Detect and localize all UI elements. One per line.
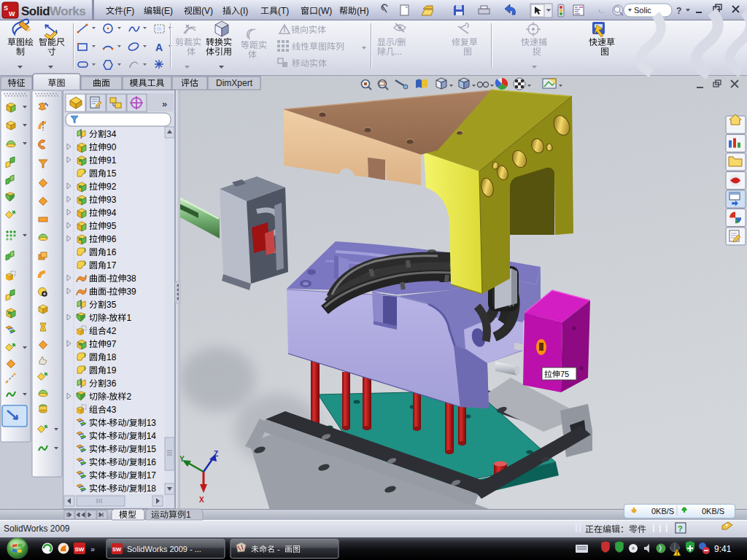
svg-text:Solic: Solic: [634, 6, 651, 15]
svg-text:SolidWorks: SolidWorks: [21, 4, 85, 18]
svg-text:(E): (E): [161, 6, 173, 16]
svg-text:-: -: [107, 483, 109, 494]
svg-text:(I): (I): [240, 6, 248, 16]
svg-text:SolidWorks 2009 - ...: SolidWorks 2009 - ...: [127, 545, 201, 553]
svg-text:94: 94: [107, 208, 117, 218]
svg-text:(V): (V): [201, 6, 213, 16]
svg-text:-: -: [107, 392, 109, 402]
svg-text:15: 15: [147, 444, 157, 454]
svg-text:‹..: ‹..: [598, 7, 605, 15]
svg-text:-: -: [107, 313, 109, 323]
svg-text:(F): (F): [123, 6, 134, 16]
svg-text:-: -: [107, 444, 109, 454]
svg-text:»: »: [162, 98, 167, 109]
svg-text:13: 13: [147, 418, 157, 428]
svg-text:95: 95: [107, 221, 117, 231]
svg-text:97: 97: [107, 339, 117, 349]
svg-text:/: /: [126, 431, 129, 441]
svg-text:(T): (T): [278, 6, 289, 16]
svg-text:DimXpert: DimXpert: [216, 78, 253, 88]
svg-text:39: 39: [126, 287, 136, 297]
svg-text:16: 16: [147, 457, 157, 467]
svg-text:18: 18: [107, 352, 117, 362]
svg-text:/: /: [126, 444, 129, 454]
svg-text:SolidWorks 2009: SolidWorks 2009: [4, 524, 70, 534]
svg-text:9:41: 9:41: [714, 544, 732, 554]
svg-text:SW: SW: [75, 546, 85, 553]
svg-text:/: /: [395, 37, 398, 47]
svg-text:/: /: [126, 483, 129, 494]
svg-text:/: /: [126, 457, 129, 467]
svg-text:17: 17: [107, 260, 117, 271]
svg-text:-: -: [107, 470, 109, 481]
svg-text:-: -: [107, 418, 109, 428]
svg-text:-: -: [277, 545, 280, 553]
svg-text:-: -: [107, 287, 109, 297]
svg-text:1: 1: [186, 510, 191, 520]
svg-text:?: ?: [678, 524, 683, 533]
svg-text:90: 90: [107, 142, 117, 152]
svg-text:(W): (W): [318, 6, 332, 16]
svg-text:36: 36: [107, 378, 117, 389]
svg-text:93: 93: [107, 195, 117, 205]
svg-text:-: -: [107, 273, 109, 284]
svg-text:/: /: [126, 470, 129, 481]
svg-text:75: 75: [560, 370, 569, 378]
svg-text:2: 2: [126, 392, 131, 402]
svg-text:96: 96: [107, 234, 117, 244]
svg-text:91: 91: [107, 155, 117, 166]
svg-text:?: ?: [676, 6, 681, 16]
svg-text:43: 43: [107, 405, 117, 415]
svg-text:17: 17: [147, 470, 157, 481]
svg-text:92: 92: [107, 182, 117, 192]
svg-text:1: 1: [126, 313, 131, 323]
svg-text:S: S: [4, 4, 8, 12]
svg-text:34: 34: [107, 129, 117, 139]
svg-text:35: 35: [107, 300, 117, 310]
svg-text:0KB/S: 0KB/S: [651, 507, 674, 516]
svg-text:-: -: [107, 431, 109, 441]
svg-text:-: -: [107, 457, 109, 467]
svg-text:19: 19: [107, 365, 117, 376]
svg-text:38: 38: [126, 273, 136, 284]
svg-text:18: 18: [147, 483, 157, 494]
svg-text:(H): (H): [357, 6, 369, 16]
svg-text:!: !: [676, 551, 678, 556]
svg-text:14: 14: [147, 431, 157, 441]
svg-text:...: ...: [395, 47, 402, 57]
svg-text:SW: SW: [112, 546, 122, 553]
svg-text:»: »: [90, 545, 95, 553]
svg-text:42: 42: [107, 326, 117, 336]
svg-text:15: 15: [107, 168, 117, 179]
svg-text:/: /: [126, 418, 129, 428]
svg-text:16: 16: [107, 247, 117, 257]
svg-text:A: A: [155, 42, 163, 53]
svg-text:0KB/S: 0KB/S: [702, 507, 724, 516]
svg-text:W: W: [9, 10, 15, 18]
